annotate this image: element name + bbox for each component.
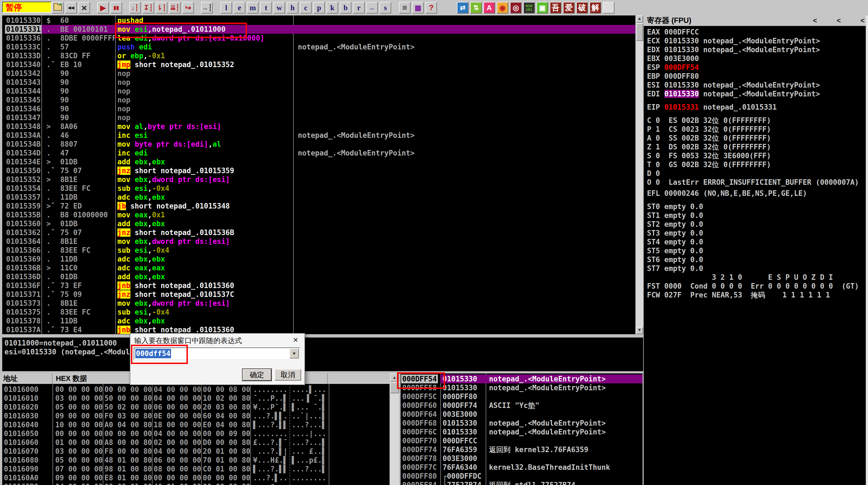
dump-row[interactable]: 0101601003 00 00 0050 00 00 8004 00 00 0… [2,394,390,403]
register-line[interactable]: T 0 GS 002B 32位 0(FFFFFFFF) [647,160,771,169]
disasm-scrollbar[interactable]: ▲ ▼ [636,15,643,334]
stack-row[interactable]: 000DFF6C01015330notepad_.<ModuleEntryPoi… [401,427,643,437]
plugin-analyze-button[interactable]: A [484,2,495,13]
register-line[interactable]: ESI 01015330 notepad_.<ModuleEntryPoint> [647,80,820,90]
dump-row[interactable]: 010160A009 00 00 00E8 01 00 8000 00 00 0… [2,474,390,482]
cpu-window-button[interactable]: c [300,2,312,13]
source-window-button[interactable]: s [379,2,391,13]
register-line[interactable]: EIP 01015331 notepad_.01015331 [647,103,777,111]
pause-button[interactable]: ▮▮ [111,2,122,13]
appearance-button[interactable]: ▦ [412,2,424,13]
patches-window-button[interactable]: p [313,2,325,13]
dump-row[interactable]: 0101602005 00 00 0050 02 00 8006 00 00 0… [2,403,390,412]
breakpoints-window-button[interactable]: b [340,2,351,13]
disasm-row[interactable]: 01015371.ˇ75 09jnz short notepad_.010153… [2,290,636,299]
disasm-row[interactable]: 01015357.11DBadc ebx,ebx [2,193,636,202]
disasm-row[interactable]: 01015340.ˇEB 10jmp short notepad_.010153… [2,60,636,69]
disasm-row[interactable]: 0101536D.01DBadd ebx,ebx [2,272,636,281]
threads-window-button[interactable]: t [260,2,272,13]
help-button[interactable]: ? [426,2,437,13]
disasm-row[interactable]: 0101533D.83CD FFor ebp,-0x1 [2,52,636,60]
dump-row[interactable]: 0101607003 00 00 00F8 00 00 8004 00 00 0… [2,447,390,456]
disasm-row[interactable]: 01015350.ˇ75 07jnz short notepad_.010153… [2,166,636,175]
register-line[interactable]: ST3 empty 0.0 [647,229,703,237]
disasm-row[interactable]: 0101537A.ˆ73 E4jnb short notepad_.010153… [2,325,636,334]
stack-row[interactable]: 000DFF7476FA6359返回到 kernel32.76FA6359 [401,445,643,454]
disasm-row[interactable]: 01015354.83EE FCsub esi,-0x4 [2,184,636,193]
plugin-ai-button[interactable]: 爱 [563,2,575,13]
register-line[interactable]: EDI 01015330 notepad_.<ModuleEntryPoint> [647,90,820,98]
run-trace-window-button[interactable]: ... [366,2,378,13]
register-line[interactable]: EDX 01015330 notepad_.<ModuleEntryPoint> [647,45,820,54]
register-line[interactable]: FST 0000 Cond 0 0 0 0 Err 0 0 0 0 0 0 0 … [647,282,859,291]
open-file-button[interactable] [52,2,64,13]
register-line[interactable]: ST4 empty 0.0 [647,237,703,246]
register-line[interactable]: EFL 00000246 (NO,NB,E,BE,NS,PE,GE,LE) [647,189,807,198]
plugin-target-button[interactable]: ◎ [510,2,522,13]
stack-row[interactable]: 000DFF5C000DFF80 [401,392,643,401]
registers-collapse-button[interactable]: < [809,15,820,25]
registers-collapse-button[interactable]: < [857,15,866,25]
plugin-binary-button[interactable]: 010101 [523,2,535,13]
go-to-address-button[interactable]: →┆ [201,2,213,13]
close-button[interactable]: × [79,2,90,13]
register-line[interactable]: ST5 empty 0.0 [647,246,703,255]
register-line[interactable]: O 0 LastErr ERROR_INSUFFICIENT_BUFFER (0… [647,178,859,187]
executables-window-button[interactable]: e [234,2,245,13]
register-line[interactable]: 3 2 1 0 E S P U O Z D I [647,273,833,282]
disasm-row[interactable]: 01015360>01DBadd ebx,ebx [2,219,636,228]
disasm-row[interactable]: 0101534490nop [2,87,636,96]
disasm-row[interactable]: 0101534790nop [2,113,636,122]
disasm-row[interactable]: 01015362.ˇ75 07jnz short notepad_.010153… [2,228,636,237]
register-line[interactable]: EBX 003E3000 [647,54,699,63]
plugin-window-button[interactable]: ▣ [536,2,548,13]
registers-collapse-button[interactable]: < [833,15,844,25]
dump-row[interactable]: 010160B004 00 00 0000 00 01 0040 01 00 0… [2,482,390,485]
plugin-po-button[interactable]: 破 [576,2,588,13]
disasm-row[interactable]: 01015330$60pushad [2,16,636,25]
register-line[interactable]: FCW 027F Prec NEAR,53 掩码 1 1 1 1 1 1 [647,291,830,299]
stack-row[interactable]: 000DFF7C76FA6340kernel32.BaseThreadInitT… [401,463,643,472]
stack-row[interactable]: 000DFF78003E3000 [401,454,643,463]
disasm-row[interactable]: 0101535B.B8 01000000mov eax,0x1 [2,211,636,219]
step-into-button[interactable]: ↓┆ [129,2,141,13]
disasm-row[interactable]: 01015336.8DBE 0000FFFFlea edi,dword ptr … [2,34,636,42]
windows-list-button[interactable]: ≡ [399,2,410,13]
stack-row[interactable]: 000DFF80┌000DFFDC [401,472,643,481]
register-line[interactable]: ST6 empty 0.0 [647,255,703,264]
scroll-down-button[interactable]: ▼ [636,327,643,334]
info-pane[interactable]: 01011000=notepad_.01011000esi=01015330 (… [0,337,643,371]
disasm-row[interactable]: 01015373.8B1Emov ebx,dword ptr ds:[esi] [2,299,636,308]
dump-header-address[interactable]: 地址 [0,374,53,384]
disasm-row[interactable]: 0101534E>01DBadd ebx,ebx [2,157,636,166]
register-line[interactable]: ST0 empty 0.0 [647,202,703,211]
restart-button[interactable]: ◀◀ [65,2,77,13]
memory-window-button[interactable]: m [247,2,258,13]
disasm-row[interactable]: 0101534590nop [2,96,636,104]
disasm-row[interactable]: 01015378.11DBadc ebx,ebx [2,317,636,325]
disassembly-pane[interactable]: 01015330$60pushad01015331.BE 00100101mov… [0,15,636,334]
dump-row[interactable]: 0101604010 00 00 00A0 04 00 8018 00 00 0… [2,420,390,429]
animate-into-button[interactable]: ⇂┆ [156,2,167,13]
disasm-row[interactable]: 0101534D.47inc edinotepad_.<ModuleEntryP… [2,149,636,157]
register-line[interactable]: ST1 empty 0.0 [647,211,703,220]
disasm-row[interactable]: 0101534290nop [2,69,636,78]
step-over-button[interactable]: ↧┆ [143,2,154,13]
windows-window-button[interactable]: w [274,2,285,13]
run-button[interactable]: ▶ [97,2,109,13]
blank-button[interactable] [603,2,614,13]
register-line[interactable]: S 0 FS 0053 32位 3E6000(FFF) [647,151,771,160]
handles-window-button[interactable]: h [287,2,298,13]
disasm-row[interactable]: 0101534A.46inc esinotepad_.<ModuleEntryP… [2,131,636,140]
dump-row[interactable]: 0101608005 00 00 0048 01 00 8006 00 00 0… [2,456,390,464]
register-line[interactable]: EBP 000DFF80 [647,72,699,80]
disasm-row[interactable]: 0101534390nop [2,78,636,87]
disasm-row[interactable]: 0101533C.57push edinotepad_.<ModuleEntry… [2,42,636,52]
stack-row[interactable]: 000DFF70000DFFCC [401,437,643,445]
register-line[interactable]: EAX 000DFFCC [647,28,699,36]
stack-row[interactable]: 000DFF84└77527B74返回到 ntdll.77527B74 [401,481,643,485]
register-line[interactable]: ESP 000DFF54 [647,63,699,72]
plugin-jie-button[interactable]: 解 [590,2,601,13]
plugin-record-button[interactable]: ◉ [497,2,508,13]
plugin-swap-button[interactable]: ⇄ [457,2,468,13]
